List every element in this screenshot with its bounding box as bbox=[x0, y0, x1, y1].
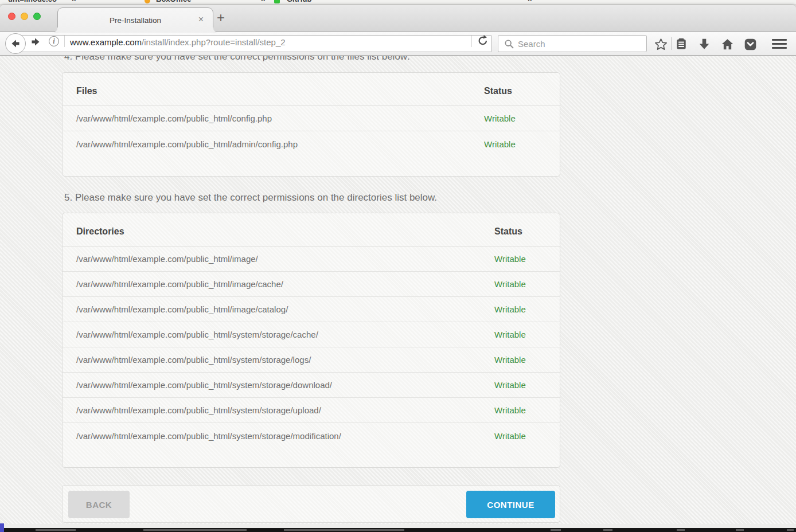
table-row: /var/www/html/example.com/public_html/im… bbox=[63, 247, 560, 272]
bookmarks-list-icon bbox=[675, 38, 688, 50]
menu-icon bbox=[772, 39, 787, 41]
tab-title: Pre-Installation bbox=[110, 16, 161, 25]
step4-heading: 4. Please make sure you have set the cor… bbox=[64, 56, 410, 62]
download-icon bbox=[698, 38, 711, 50]
navigation-toolbar: i www.example.com/install/index.php?rout… bbox=[0, 32, 796, 56]
directories-column-header: Directories bbox=[76, 226, 494, 237]
table-row: /var/www/html/example.com/public_html/sy… bbox=[63, 322, 560, 347]
tab-pre-installation[interactable]: Pre-Installation × bbox=[57, 7, 213, 33]
reload-separator bbox=[471, 36, 472, 47]
path-cell: /var/www/html/example.com/public_html/im… bbox=[76, 304, 494, 314]
forward-icon bbox=[30, 36, 41, 48]
directories-rows: /var/www/html/example.com/public_html/im… bbox=[63, 247, 560, 448]
search-box bbox=[498, 35, 647, 52]
search-input[interactable] bbox=[518, 36, 641, 51]
table-row: /var/www/html/example.com/public_html/im… bbox=[63, 297, 560, 322]
status-value: Writable bbox=[494, 355, 546, 365]
background-tab-favicon bbox=[145, 0, 150, 3]
url-host: www.example.com bbox=[70, 37, 142, 47]
step5-heading: 5. Please make sure you have set the cor… bbox=[64, 192, 437, 204]
background-tab-close-icon: × bbox=[72, 0, 76, 3]
site-info-icon[interactable]: i bbox=[49, 36, 59, 46]
firefox-window: Pre-Installation × + i www.example.com/i… bbox=[0, 5, 796, 528]
downloads-button[interactable] bbox=[697, 37, 711, 51]
table-header: Files Status bbox=[63, 73, 560, 106]
home-icon bbox=[721, 38, 734, 51]
table-row: /var/www/html/example.com/public_html/sy… bbox=[63, 423, 560, 448]
path-cell: /var/www/html/example.com/public_html/sy… bbox=[76, 380, 494, 390]
table-row: /var/www/html/example.com/public_html/im… bbox=[63, 272, 560, 297]
status-value: Writable bbox=[494, 254, 546, 264]
status-value: Writable bbox=[494, 431, 546, 441]
files-column-header: Files bbox=[76, 86, 484, 96]
actions-panel: BACK CONTINUE bbox=[62, 485, 560, 523]
bookmark-star-button[interactable] bbox=[654, 37, 668, 51]
status-column-header: Status bbox=[494, 226, 546, 237]
files-rows: /var/www/html/example.com/public_html/co… bbox=[63, 106, 560, 157]
files-permissions-table: Files Status /var/www/html/example.com/p… bbox=[62, 72, 560, 177]
bookmarks-menu-button[interactable] bbox=[674, 37, 688, 51]
url-path: /install/index.php?route=install/step_2 bbox=[142, 37, 286, 47]
tab-bar: Pre-Installation × + bbox=[0, 5, 796, 32]
continue-button[interactable]: CONTINUE bbox=[466, 491, 555, 518]
status-value: Writable bbox=[484, 114, 546, 123]
path-cell: /var/www/html/example.com/public_html/im… bbox=[76, 279, 494, 289]
status-value: Writable bbox=[494, 279, 546, 289]
table-row: /var/www/html/example.com/public_html/sy… bbox=[63, 347, 560, 373]
home-button[interactable] bbox=[720, 37, 734, 51]
status-value: Writable bbox=[484, 139, 546, 149]
back-icon bbox=[10, 38, 21, 49]
background-tab-close-icon: × bbox=[261, 0, 266, 3]
table-row: /var/www/html/example.com/public_html/co… bbox=[63, 106, 560, 131]
path-cell: /var/www/html/example.com/public_html/sy… bbox=[76, 431, 494, 441]
pocket-icon bbox=[744, 38, 757, 51]
forward-button[interactable] bbox=[30, 36, 41, 48]
status-value: Writable bbox=[494, 380, 546, 390]
url-separator bbox=[64, 36, 65, 47]
toolbar-separator bbox=[671, 37, 672, 50]
status-value: Writable bbox=[494, 330, 546, 339]
background-tab-title: unt=linode.co bbox=[8, 0, 57, 3]
back-button[interactable] bbox=[5, 33, 26, 54]
back-button[interactable]: BACK bbox=[68, 491, 130, 518]
path-cell: /var/www/html/example.com/public_html/co… bbox=[76, 114, 484, 123]
status-value: Writable bbox=[494, 405, 546, 415]
screen: unt=linode.co × BoxOffice × GitHub × Pre… bbox=[0, 0, 796, 532]
background-window-fragment bbox=[0, 523, 4, 532]
table-header: Directories Status bbox=[63, 213, 560, 247]
page-content: 4. Please make sure you have set the cor… bbox=[0, 56, 796, 524]
background-tab-close-icon: × bbox=[528, 0, 532, 3]
star-icon bbox=[654, 38, 668, 51]
table-row: /var/www/html/example.com/public_html/ad… bbox=[63, 131, 560, 157]
path-cell: /var/www/html/example.com/public_html/sy… bbox=[76, 355, 494, 365]
directories-permissions-table: Directories Status /var/www/html/example… bbox=[62, 213, 560, 468]
pocket-button[interactable] bbox=[743, 37, 757, 51]
table-row: /var/www/html/example.com/public_html/sy… bbox=[63, 398, 560, 423]
table-row: /var/www/html/example.com/public_html/sy… bbox=[63, 373, 560, 398]
menu-button[interactable] bbox=[772, 39, 787, 49]
url-text[interactable]: www.example.com/install/index.php?route=… bbox=[70, 37, 286, 47]
search-icon bbox=[504, 39, 514, 49]
close-window-button[interactable] bbox=[8, 13, 15, 20]
background-tab-title: BoxOffice bbox=[156, 0, 191, 3]
background-window-tab-strip: unt=linode.co × BoxOffice × GitHub × bbox=[0, 0, 796, 5]
status-column-header: Status bbox=[484, 86, 546, 96]
reload-button[interactable] bbox=[477, 34, 490, 48]
tab-close-icon[interactable]: × bbox=[198, 15, 204, 24]
minimize-window-button[interactable] bbox=[21, 13, 28, 20]
path-cell: /var/www/html/example.com/public_html/ad… bbox=[76, 139, 484, 149]
background-tab-favicon bbox=[274, 0, 280, 3]
status-value: Writable bbox=[494, 304, 546, 314]
path-cell: /var/www/html/example.com/public_html/sy… bbox=[76, 330, 494, 339]
path-cell: /var/www/html/example.com/public_html/im… bbox=[76, 254, 494, 264]
zoom-window-button[interactable] bbox=[33, 13, 41, 20]
background-tab-title: GitHub bbox=[287, 0, 311, 3]
path-cell: /var/www/html/example.com/public_html/sy… bbox=[76, 405, 494, 415]
reload-icon bbox=[477, 34, 489, 47]
background-bottom-window bbox=[0, 528, 796, 532]
new-tab-button[interactable]: + bbox=[217, 11, 225, 25]
